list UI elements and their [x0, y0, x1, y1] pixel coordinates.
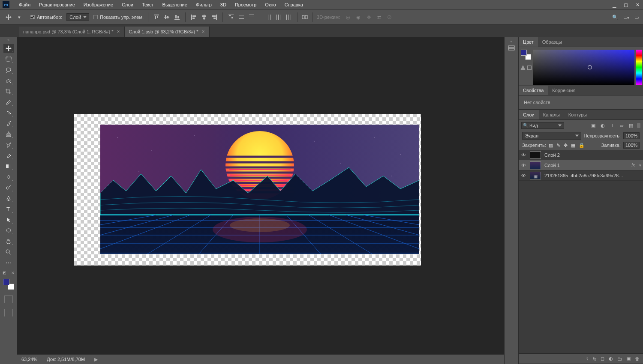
- menu-item[interactable]: Справка: [281, 1, 306, 9]
- rect-marquee-tool-icon[interactable]: [3, 55, 14, 63]
- align-right-icon[interactable]: [210, 13, 218, 21]
- menu-item[interactable]: Изображение: [80, 1, 117, 9]
- layer-filter-kind[interactable]: Вид: [521, 122, 564, 129]
- align-bottom-icon[interactable]: [173, 13, 181, 21]
- move-tool-icon[interactable]: [3, 44, 14, 53]
- lock-position-icon[interactable]: ✥: [564, 143, 568, 148]
- menu-item[interactable]: Слои: [118, 1, 137, 9]
- close-tab-icon[interactable]: ×: [117, 29, 120, 35]
- quickmask-icon[interactable]: [4, 295, 13, 303]
- layer-name[interactable]: Слой 1: [544, 163, 560, 168]
- swap-colors-icon[interactable]: ⤭: [11, 271, 15, 275]
- shape-tool-icon[interactable]: [3, 226, 14, 235]
- opacity-value[interactable]: 100%: [623, 132, 640, 139]
- close-tab-icon[interactable]: ×: [202, 29, 205, 35]
- gamut-warning-icon[interactable]: [520, 65, 526, 70]
- blend-mode-dropdown[interactable]: Экран: [522, 132, 581, 140]
- crop-tool-icon[interactable]: [3, 87, 14, 95]
- screenmode-icon[interactable]: [4, 309, 13, 316]
- align-hcenter-icon[interactable]: [200, 13, 208, 21]
- scrubby-zoom-icon[interactable]: ▭: [634, 15, 639, 20]
- text-tool-icon[interactable]: T: [3, 205, 14, 213]
- delete-layer-icon[interactable]: 🗑: [635, 356, 640, 361]
- tab-adjust[interactable]: Коррекция: [548, 86, 580, 95]
- layer-row[interactable]: 👁 Слой 2: [519, 150, 643, 160]
- visibility-eye-icon[interactable]: 👁: [520, 173, 526, 178]
- eraser-tool-icon[interactable]: [3, 151, 14, 160]
- menu-item[interactable]: Окно: [261, 1, 279, 9]
- visibility-eye-icon[interactable]: 👁: [520, 152, 526, 158]
- tab-paths[interactable]: Контуры: [564, 110, 591, 119]
- fx-chevron-icon[interactable]: ▾: [639, 163, 641, 167]
- layer-fx-badge[interactable]: fx: [631, 163, 635, 167]
- status-doc-size[interactable]: Док: 2,51M/8,70M: [47, 357, 85, 362]
- distribute-left-icon[interactable]: [264, 13, 272, 21]
- blur-tool-icon[interactable]: [3, 173, 14, 181]
- lock-all-icon[interactable]: 🔒: [579, 143, 585, 148]
- search-icon[interactable]: 🔍: [612, 15, 618, 20]
- history-flyout-icon[interactable]: [507, 44, 516, 53]
- filter-toggle-icon[interactable]: [637, 123, 640, 128]
- color-field[interactable]: [533, 50, 634, 85]
- hue-strip[interactable]: [636, 50, 642, 85]
- distribute-hcenter-icon[interactable]: [275, 13, 282, 21]
- menu-item[interactable]: Текст: [138, 1, 157, 9]
- filter-shape-icon[interactable]: ▱: [618, 122, 625, 129]
- adjustment-layer-icon[interactable]: ◐: [609, 356, 613, 361]
- maximize-icon[interactable]: ▢: [623, 1, 629, 9]
- align-top-icon[interactable]: [153, 13, 160, 21]
- auto-select-checkbox[interactable]: Автовыбор:: [30, 15, 62, 20]
- align-vcenter-icon[interactable]: [163, 13, 171, 21]
- layer-group-icon[interactable]: 🗀: [617, 356, 622, 361]
- visibility-eye-icon[interactable]: 👁: [520, 163, 526, 168]
- menu-item[interactable]: Просмотр: [231, 1, 260, 9]
- layer-name[interactable]: Слой 2: [544, 152, 560, 158]
- status-more-icon[interactable]: ▶: [94, 357, 98, 362]
- filter-text-icon[interactable]: T: [609, 122, 616, 129]
- gradient-tool-icon[interactable]: [3, 162, 14, 170]
- default-colors-icon[interactable]: ◩: [3, 271, 6, 275]
- auto-select-target-dropdown[interactable]: Слой: [66, 13, 89, 21]
- quick-select-tool-icon[interactable]: [3, 76, 14, 85]
- distribute-vcenter-icon[interactable]: [237, 13, 245, 21]
- stamp-tool-icon[interactable]: [3, 130, 14, 138]
- document-tab[interactable]: папапро.psd @ 73,3% (Слой 1, RGB/8#) * ×: [19, 27, 125, 37]
- pen-tool-icon[interactable]: [3, 194, 14, 203]
- layer-thumb[interactable]: ▣: [530, 172, 541, 179]
- menu-item[interactable]: Выделение: [159, 1, 191, 9]
- status-zoom[interactable]: 63,24%: [21, 357, 37, 362]
- websafe-icon[interactable]: [527, 66, 532, 70]
- fg-bg-colors[interactable]: [3, 279, 14, 290]
- healing-tool-icon[interactable]: [3, 108, 14, 117]
- distribute-top-icon[interactable]: [227, 13, 235, 21]
- close-icon[interactable]: ✕: [635, 1, 640, 9]
- move-tool-icon[interactable]: [4, 13, 13, 21]
- eyedropper-tool-icon[interactable]: [3, 98, 14, 106]
- lock-artboard-icon[interactable]: ▦: [571, 143, 575, 148]
- document-tab[interactable]: Слой 1.psb @ 63,2% (RGB/8#) * ×: [125, 27, 210, 37]
- color-fg-bg[interactable]: [521, 50, 531, 60]
- tab-color[interactable]: Цвет: [519, 37, 538, 47]
- layer-thumb[interactable]: [530, 151, 541, 159]
- frame-icon[interactable]: ▭▾: [623, 15, 629, 20]
- auto-align-icon[interactable]: [302, 14, 308, 20]
- menu-item[interactable]: Редактирование: [36, 1, 78, 9]
- tool-preset-dropdown-icon[interactable]: ▾: [17, 13, 21, 21]
- history-brush-tool-icon[interactable]: [3, 140, 14, 149]
- align-left-icon[interactable]: [190, 13, 198, 21]
- lock-transparency-icon[interactable]: ▨: [549, 143, 553, 148]
- layer-style-icon[interactable]: fx: [592, 356, 596, 361]
- distribute-bottom-icon[interactable]: [248, 13, 255, 21]
- tab-channels[interactable]: Каналы: [539, 110, 564, 119]
- layer-name[interactable]: 219261865_4bb2a8c798fc3a69a2816080a3fe77…: [544, 173, 626, 178]
- new-layer-icon[interactable]: ▣: [626, 356, 631, 361]
- path-select-tool-icon[interactable]: [3, 215, 14, 224]
- menu-item[interactable]: Фильтр: [192, 1, 215, 9]
- menu-item[interactable]: Файл: [15, 1, 34, 9]
- edit-toolbar-icon[interactable]: ⋯: [3, 258, 14, 267]
- canvas-area[interactable]: 63,24% Док: 2,51M/8,70M ▶: [17, 37, 504, 364]
- filter-smart-icon[interactable]: ▤: [628, 122, 634, 129]
- show-transform-checkbox[interactable]: Показать упр. элем.: [93, 15, 144, 20]
- hand-tool-icon[interactable]: [3, 237, 14, 245]
- tab-layers[interactable]: Слои: [519, 110, 539, 119]
